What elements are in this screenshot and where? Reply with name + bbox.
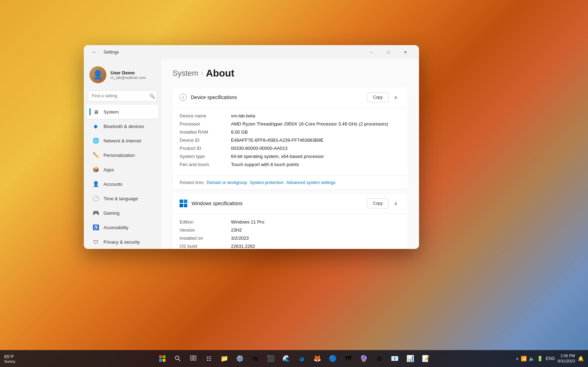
minimize-button[interactable]: −	[363, 47, 380, 58]
sidebar-item-label-time: Time & language	[104, 196, 138, 201]
windows-specs-collapse-button[interactable]: ∧	[391, 198, 401, 208]
window-body: 👤 User Demo m_lab@outlook.com 🔍 🖥 System…	[84, 59, 419, 249]
windows-specs-body: Edition Windows 11 Pro Version 23H2 Inst…	[173, 214, 408, 249]
spec-value-system-type: 64-bit operating system, x64-based proce…	[231, 154, 401, 159]
spec-row-pen-touch: Pen and touch Touch support with 8 touch…	[180, 162, 401, 167]
clock-time: 2:06 PM	[561, 353, 575, 359]
spec-row-os-build: OS build 22631.2262	[180, 244, 401, 249]
spec-label-processor: Processor	[180, 121, 225, 127]
terminal-button[interactable]: ⬛	[264, 351, 278, 366]
search-input[interactable]	[88, 90, 157, 102]
sidebar-item-accessibility[interactable]: ♿ Accessibility	[87, 220, 158, 234]
widgets-button[interactable]: ☷	[202, 351, 216, 366]
search-icon[interactable]: 🔍	[149, 93, 155, 99]
volume-icon[interactable]: 🔈	[529, 356, 535, 361]
spec-value-installed-on: 3/2/2023	[231, 236, 401, 241]
maps-button[interactable]: 🗺	[341, 351, 355, 366]
taskview-button[interactable]	[186, 351, 200, 366]
spec-value-processor: AMD Ryzen Threadripper 2950X 16-Core Pro…	[231, 121, 401, 127]
chrome-button[interactable]: 🔵	[326, 351, 340, 366]
weather-widget[interactable]: 65°F Sunny	[4, 354, 15, 363]
close-button[interactable]: ✕	[397, 47, 413, 58]
sidebar-item-label-personalization: Personalization	[104, 153, 135, 158]
sidebar-item-label-privacy: Privacy & security	[104, 239, 140, 245]
edge-button[interactable]: 🌊	[279, 351, 293, 366]
svg-rect-1	[163, 355, 165, 358]
sidebar-item-system[interactable]: 🖥 System	[87, 105, 158, 119]
spec-value-device-name: vm-lab-beta	[231, 113, 401, 118]
related-link-protection[interactable]: System protection	[250, 180, 283, 185]
back-button[interactable]: ←	[89, 47, 99, 57]
device-specs-body: Device name vm-lab-beta Processor AMD Ry…	[173, 108, 408, 176]
breadcrumb-parent: System	[173, 69, 198, 78]
spec-row-edition: Edition Windows 11 Pro	[180, 219, 401, 225]
breadcrumb: System › About	[173, 68, 408, 79]
window-controls: − □ ✕	[363, 47, 413, 58]
spec-row-version: Version 23H2	[180, 227, 401, 233]
sidebar-nav: 🖥 System ◆ Bluetooth & devices 🌐 Network…	[84, 104, 161, 249]
sidebar-item-time[interactable]: 🕐 Time & language	[87, 191, 158, 206]
spec-value-edition: Windows 11 Pro	[231, 219, 401, 225]
taskbar-clock[interactable]: 2:06 PM 8/31/2023	[558, 353, 575, 364]
notification-icon[interactable]: 🔔	[578, 356, 584, 361]
sidebar-item-label-apps: Apps	[104, 167, 114, 172]
powerpoint-button[interactable]: 📊	[403, 351, 417, 366]
title-bar: ← Settings − □ ✕	[84, 45, 419, 59]
spec-label-installed-on: Installed on	[180, 236, 225, 241]
search-taskbar-button[interactable]	[171, 351, 185, 366]
firefox-button[interactable]: 🦊	[310, 351, 324, 366]
accessibility-icon: ♿	[92, 224, 99, 231]
related-link-advanced[interactable]: Advanced system settings	[286, 180, 335, 185]
battery-icon[interactable]: 🔋	[537, 356, 543, 361]
sidebar-item-label-network: Network & internet	[104, 138, 141, 143]
sidebar-item-bluetooth[interactable]: ◆ Bluetooth & devices	[87, 119, 158, 133]
start-button[interactable]	[155, 351, 169, 366]
main-content: System › About i Device specifications C…	[161, 59, 419, 249]
file-explorer-button[interactable]: 📁	[217, 351, 231, 366]
system-icon: 🖥	[92, 108, 99, 115]
sidebar: 👤 User Demo m_lab@outlook.com 🔍 🖥 System…	[84, 59, 161, 249]
store-button[interactable]: 🛍	[248, 351, 262, 366]
language-indicator[interactable]: ENG	[546, 356, 555, 361]
svg-rect-7	[194, 356, 196, 357]
related-link-domain[interactable]: Domain or workgroup	[207, 180, 247, 185]
sidebar-item-personalization[interactable]: ✏️ Personalization	[87, 148, 158, 162]
maximize-button[interactable]: □	[380, 47, 396, 58]
device-specs-collapse-button[interactable]: ∧	[391, 92, 401, 102]
grid-button[interactable]: ⊞	[372, 351, 386, 366]
spec-value-device-id: E48AFF7E-6FF8-45B3-A239-FF7463883B9E	[231, 137, 401, 143]
apps-icon: 📦	[92, 166, 99, 173]
settings-taskbar-button[interactable]: ⚙️	[233, 351, 247, 366]
taskbar: 65°F Sunny ☷	[0, 350, 588, 367]
device-specs-copy-button[interactable]: Copy	[367, 92, 389, 102]
system-tray: ∧ 📶 🔈 🔋	[516, 356, 543, 361]
spec-label-device-id: Device ID	[180, 137, 225, 143]
search-box: 🔍	[88, 90, 157, 102]
spec-value-pen-touch: Touch support with 8 touch points	[231, 162, 401, 167]
sticky-button[interactable]: 📝	[419, 351, 433, 366]
spec-row-ram: Installed RAM 8.00 GB	[180, 129, 401, 135]
avatar: 👤	[89, 66, 106, 83]
sidebar-item-label-accounts: Accounts	[104, 182, 122, 187]
spec-label-system-type: System type	[180, 154, 225, 159]
edge2-button[interactable]: ◕	[295, 351, 309, 366]
windows-specs-copy-button[interactable]: Copy	[367, 198, 389, 208]
chevron-up-icon[interactable]: ∧	[516, 356, 519, 361]
network-tray-icon[interactable]: 📶	[521, 356, 527, 361]
windows-logo	[180, 200, 187, 207]
spec-value-ram: 8.00 GB	[231, 129, 401, 135]
spec-value-os-build: 22631.2262	[231, 244, 401, 249]
device-specs-controls: Copy ∧	[367, 92, 401, 102]
windows-specs-title: Windows specifications	[192, 201, 243, 206]
device-specs-header: i Device specifications Copy ∧	[173, 87, 408, 108]
sidebar-item-accounts[interactable]: 👤 Accounts	[87, 177, 158, 191]
sidebar-item-privacy[interactable]: 🛡 Privacy & security	[87, 235, 158, 249]
svg-line-5	[179, 359, 180, 361]
sidebar-item-network[interactable]: 🌐 Network & internet	[87, 134, 158, 148]
sidebar-item-apps[interactable]: 📦 Apps	[87, 163, 158, 177]
outlook-button[interactable]: 📧	[388, 351, 402, 366]
sidebar-item-gaming[interactable]: 🎮 Gaming	[87, 206, 158, 220]
cortana-button[interactable]: 🔮	[357, 351, 371, 366]
breadcrumb-current: About	[206, 68, 234, 79]
svg-rect-6	[190, 356, 193, 357]
